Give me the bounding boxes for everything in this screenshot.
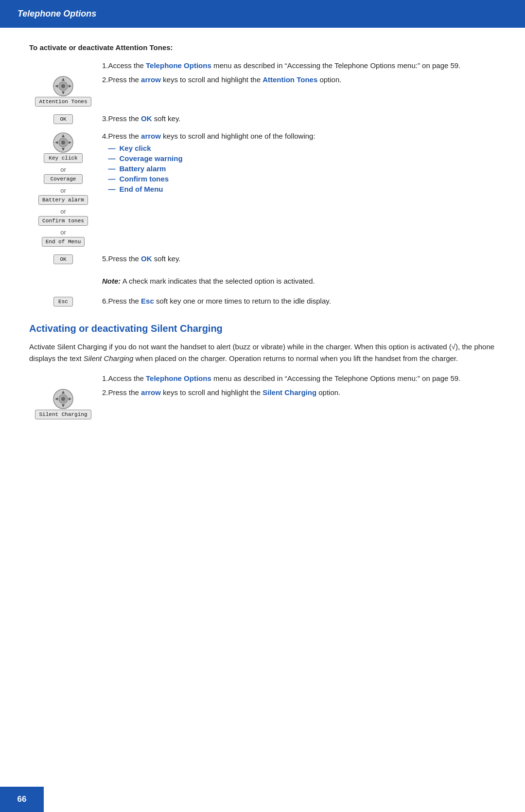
section2-step2-silent-link: Silent Charging (262, 388, 316, 397)
step-3: OK 3. Press the OK soft key. (29, 114, 496, 126)
step3-image-col: OK (29, 114, 97, 126)
section2-step-1: 1. Access the Telephone Options menu as … (29, 374, 496, 382)
option-battery-alarm: — Battery alarm (108, 164, 315, 173)
step1-text: Access the Telephone Options menu as des… (108, 61, 461, 70)
section2-step-2: Silent Charging 2. Press the arrow keys … (29, 388, 496, 421)
step-1: 1. Access the Telephone Options menu as … (29, 61, 496, 70)
step4-num: 4. (102, 132, 108, 140)
end-of-menu-label: End of Menu (42, 237, 85, 247)
step3-text: Press the OK soft key. (108, 114, 181, 123)
step3-ok-link: OK (141, 114, 152, 123)
page-header: Telephone Options (0, 0, 525, 28)
battery-alarm-label: Battery alarm (38, 195, 88, 205)
step5-content: 5. Press the OK soft key. (102, 254, 496, 263)
section2-step1-num: 1. (102, 374, 108, 382)
svg-point-2 (61, 84, 65, 88)
step6-num: 6. (102, 297, 108, 305)
step5-num: 5. (102, 254, 108, 263)
section2-step2-image-col: Silent Charging (29, 388, 97, 421)
step4-image-col: Key click or Coverage or Battery alarm o… (29, 132, 97, 249)
step3-content: 3. Press the OK soft key. (102, 114, 496, 123)
step2-text: Press the arrow keys to scroll and highl… (108, 75, 342, 84)
note-row: Note: A check mark indicates that the se… (29, 272, 496, 291)
end-of-menu-option: End of Menu (120, 185, 163, 193)
step-4: Key click or Coverage or Battery alarm o… (29, 132, 496, 249)
or-2: or (60, 187, 66, 194)
step1-link: Telephone Options (146, 61, 211, 70)
step2-arrow-link: arrow (141, 75, 161, 84)
section2-italic: Silent Charging (84, 354, 134, 362)
page-number: 66 (18, 794, 27, 804)
section2-step2-content: 2. Press the arrow keys to scroll and hi… (102, 388, 496, 397)
key-click-option: Key click (120, 144, 151, 152)
step-6: Esc 6. Press the Esc soft key one or mor… (29, 297, 496, 308)
or-3: or (60, 208, 66, 215)
footer: 66 (0, 787, 44, 812)
step2-num: 2. (102, 75, 108, 84)
note-block: Note: A check mark indicates that the se… (102, 276, 496, 287)
section2-step2-num: 2. (102, 388, 108, 397)
step1-num: 1. (102, 61, 108, 70)
section1-heading: To activate or deactivate Attention Tone… (29, 43, 496, 52)
main-content: To activate or deactivate Attention Tone… (0, 28, 525, 456)
section2-step1-link: Telephone Options (146, 374, 211, 382)
note-bold: Note: (102, 277, 121, 285)
section2-step1-content: 1. Access the Telephone Options menu as … (102, 374, 496, 382)
step4-text: Press the arrow keys to scroll and highl… (108, 132, 315, 195)
nav-wheel-icon-2 (52, 132, 74, 153)
step5-text: Press the OK soft key. (108, 254, 181, 263)
silent-charging-label: Silent Charging (35, 410, 91, 419)
battery-alarm-option: Battery alarm (120, 164, 166, 173)
step-5: OK 5. Press the OK soft key. (29, 254, 496, 266)
step4-content: 4. Press the arrow keys to scroll and hi… (102, 132, 496, 195)
or-4: or (60, 229, 66, 236)
step2-image-col: Attention Tones (29, 75, 97, 108)
sub-options-list: — Key click — Coverage warning — Battery… (108, 144, 315, 193)
note-text: A check mark indicates that the selected… (122, 277, 315, 285)
coverage-label: Coverage (44, 174, 83, 184)
confirm-tones-label: Confirm tones (38, 216, 88, 226)
step2-attention-link: Attention Tones (262, 75, 317, 84)
step1-content: 1. Access the Telephone Options menu as … (102, 61, 496, 70)
step-2: Attention Tones 2. Press the arrow keys … (29, 75, 496, 108)
section2-step2-text: Press the arrow keys to scroll and highl… (108, 388, 341, 397)
ok-button-2: OK (53, 254, 73, 264)
ok-button-1: OK (53, 114, 73, 124)
option-key-click: — Key click (108, 144, 315, 152)
section2-step2-arrow-link: arrow (141, 388, 161, 397)
step4-arrow-link: arrow (141, 132, 161, 140)
header-title: Telephone Options (18, 9, 96, 18)
section2-body: Activate Silent Charging if you do not w… (29, 341, 496, 364)
attention-tones-label: Attention Tones (35, 97, 91, 107)
svg-point-9 (61, 141, 65, 144)
step3-num: 3. (102, 114, 108, 123)
option-confirm-tones: — Confirm tones (108, 175, 315, 183)
nav-wheel-icon (52, 75, 74, 97)
coverage-warning-option: Coverage warning (120, 154, 183, 162)
step2-content: 2. Press the arrow keys to scroll and hi… (102, 75, 496, 84)
option-end-of-menu: — End of Menu (108, 185, 315, 193)
note-content: Note: A check mark indicates that the se… (102, 272, 496, 291)
step5-image-col: OK (29, 254, 97, 266)
or-1: or (60, 166, 66, 173)
section2-step1-text: Access the Telephone Options menu as des… (108, 374, 461, 382)
step6-text: Press the Esc soft key one or more times… (108, 297, 331, 305)
step6-esc-link: Esc (141, 297, 154, 305)
nav-wheel-icon-3 (52, 388, 74, 410)
step6-content: 6. Press the Esc soft key one or more ti… (102, 297, 496, 305)
key-click-label: Key click (44, 153, 83, 163)
step6-image-col: Esc (29, 297, 97, 308)
section2-title: Activating or deactivating Silent Chargi… (29, 323, 496, 334)
step5-ok-link: OK (141, 254, 152, 263)
svg-point-16 (61, 397, 65, 401)
confirm-tones-option: Confirm tones (120, 175, 169, 183)
esc-button: Esc (53, 297, 73, 307)
section2-body-after: when placed on the charger. Operation re… (133, 354, 458, 362)
option-coverage-warning: — Coverage warning (108, 154, 315, 162)
